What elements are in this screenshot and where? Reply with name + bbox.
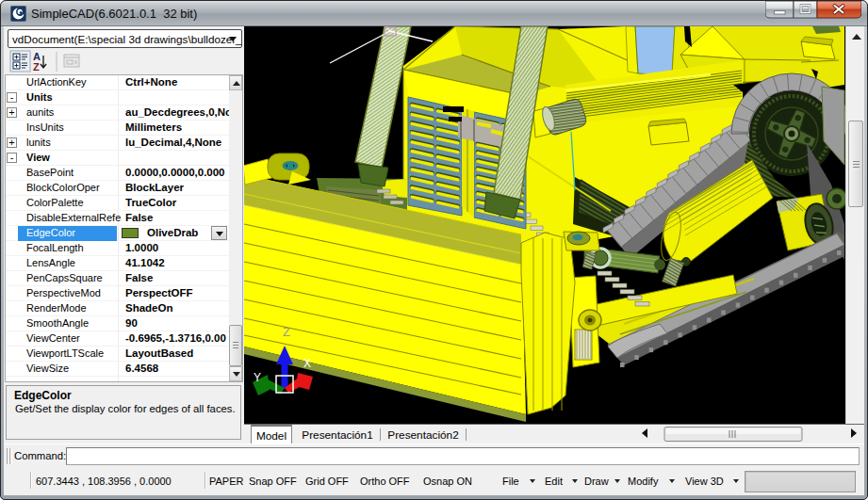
svg-text:Z: Z — [283, 325, 290, 339]
svg-text:Z: Z — [33, 61, 40, 73]
svg-text:Y: Y — [254, 371, 261, 384]
svg-text:X: X — [303, 357, 311, 370]
